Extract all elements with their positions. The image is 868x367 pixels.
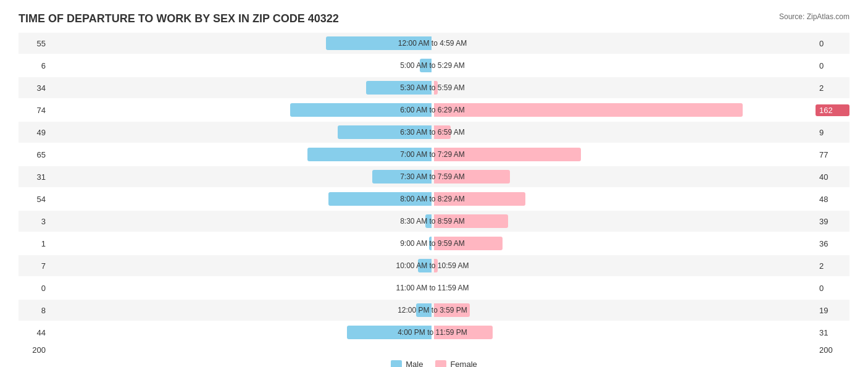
- female-bar: [434, 326, 493, 339]
- bars-section: 11:00 AM to 11:59 AM: [49, 277, 816, 298]
- female-bar-wrap: [433, 170, 816, 184]
- male-bar: [326, 36, 431, 50]
- bars-section: 7:30 AM to 7:59 AM: [49, 166, 816, 187]
- male-value: 31: [19, 172, 49, 182]
- male-bar-wrap: [49, 326, 433, 339]
- male-legend-box: [391, 360, 402, 368]
- chart-row: 19:00 AM to 9:59 AM36: [19, 233, 849, 254]
- male-bar-wrap: [49, 36, 433, 50]
- female-value: 9: [816, 128, 849, 137]
- male-value: 1: [19, 239, 49, 248]
- female-bar: [434, 237, 503, 250]
- chart-row: 496:30 AM to 6:59 AM9: [19, 122, 849, 143]
- chart-row: 38:30 AM to 8:59 AM39: [19, 211, 849, 232]
- legend-female: Female: [435, 360, 477, 367]
- male-bar-wrap: [49, 81, 433, 95]
- female-bar: [434, 192, 525, 206]
- female-value: 0: [816, 39, 849, 48]
- axis-right-label: 200: [816, 345, 849, 355]
- female-bar: [434, 303, 470, 317]
- axis-row: 200 200: [19, 345, 849, 355]
- male-bar-wrap: [49, 59, 433, 72]
- male-bar: [418, 259, 432, 272]
- female-bar-wrap: [433, 214, 816, 228]
- source-label: Source: ZipAtlas.com: [779, 12, 849, 21]
- bars-section: 5:30 AM to 5:59 AM: [49, 77, 816, 98]
- female-bar-wrap: [433, 281, 816, 295]
- male-bar-wrap: [49, 148, 433, 161]
- male-value: 3: [19, 217, 49, 226]
- male-bar: [338, 125, 432, 139]
- chart-row: 657:00 AM to 7:29 AM77: [19, 144, 849, 165]
- bars-section: 10:00 AM to 10:59 AM: [49, 255, 816, 276]
- male-bar-wrap: [49, 103, 433, 117]
- chart-row: 710:00 AM to 10:59 AM2: [19, 255, 849, 276]
- chart-row: 746:00 AM to 6:29 AM162: [19, 99, 849, 120]
- female-bar-wrap: [433, 36, 816, 50]
- female-bar: [434, 81, 438, 95]
- bars-section: 9:00 AM to 9:59 AM: [49, 233, 816, 254]
- bars-section: 6:30 AM to 6:59 AM: [49, 122, 816, 143]
- chart-title: TIME OF DEPARTURE TO WORK BY SEX IN ZIP …: [19, 12, 339, 25]
- legend: Male Female: [19, 360, 849, 367]
- female-bar-wrap: [433, 103, 816, 117]
- female-bar: [434, 148, 581, 161]
- female-legend-box: [435, 360, 446, 368]
- female-bar-wrap: [433, 259, 816, 272]
- male-value: 34: [19, 83, 49, 93]
- female-bar: [434, 125, 451, 139]
- male-bar-wrap: [49, 214, 433, 228]
- male-bar: [347, 326, 431, 339]
- male-value: 8: [19, 306, 49, 315]
- legend-male: Male: [391, 360, 423, 367]
- female-value: 48: [816, 195, 849, 204]
- male-bar-wrap: [49, 192, 433, 206]
- female-bar: [434, 214, 509, 228]
- male-bar: [420, 59, 432, 72]
- female-value: 2: [816, 83, 849, 93]
- bars-section: 5:00 AM to 5:29 AM: [49, 55, 816, 76]
- bars-section: 6:00 AM to 6:29 AM: [49, 99, 816, 120]
- female-bar-wrap: [433, 303, 816, 317]
- female-value: 0: [816, 284, 849, 293]
- female-bar-wrap: [433, 326, 816, 339]
- female-value: 36: [816, 239, 849, 248]
- female-value: 31: [816, 328, 849, 337]
- male-bar: [425, 214, 431, 228]
- female-bar-wrap: [433, 192, 816, 206]
- female-value: 19: [816, 306, 849, 315]
- male-bar-wrap: [49, 259, 433, 272]
- chart-area: 5512:00 AM to 4:59 AM065:00 AM to 5:29 A…: [19, 33, 849, 343]
- male-bar: [416, 303, 432, 317]
- female-bar: [434, 170, 511, 184]
- bars-section: 8:30 AM to 8:59 AM: [49, 211, 816, 232]
- male-value: 74: [19, 106, 49, 115]
- bars-section: 12:00 AM to 4:59 AM: [49, 33, 816, 54]
- female-bar-wrap: [433, 237, 816, 250]
- male-bar: [372, 170, 432, 184]
- male-bar-wrap: [49, 125, 433, 139]
- chart-row: 444:00 PM to 11:59 PM31: [19, 322, 849, 343]
- female-value: 40: [816, 172, 849, 182]
- male-bar: [328, 192, 432, 206]
- bars-section: 12:00 PM to 3:59 PM: [49, 300, 816, 321]
- male-bar-wrap: [49, 170, 433, 184]
- female-value: 77: [816, 150, 849, 159]
- male-legend-label: Male: [406, 360, 423, 367]
- male-bar: [366, 81, 431, 95]
- male-bar: [429, 237, 431, 250]
- male-value: 55: [19, 39, 49, 48]
- male-value: 0: [19, 284, 49, 293]
- female-bar-wrap: [433, 125, 816, 139]
- male-bar: [290, 103, 432, 117]
- chart-row: 5512:00 AM to 4:59 AM0: [19, 33, 849, 54]
- male-value: 7: [19, 261, 49, 271]
- female-bar-wrap: [433, 59, 816, 72]
- female-legend-label: Female: [450, 360, 477, 367]
- male-value: 6: [19, 61, 49, 70]
- female-bar-wrap: [433, 148, 816, 161]
- chart-row: 812:00 PM to 3:59 PM19: [19, 300, 849, 321]
- bars-section: 7:00 AM to 7:29 AM: [49, 144, 816, 165]
- bars-section: 4:00 PM to 11:59 PM: [49, 322, 816, 343]
- male-value: 44: [19, 328, 49, 337]
